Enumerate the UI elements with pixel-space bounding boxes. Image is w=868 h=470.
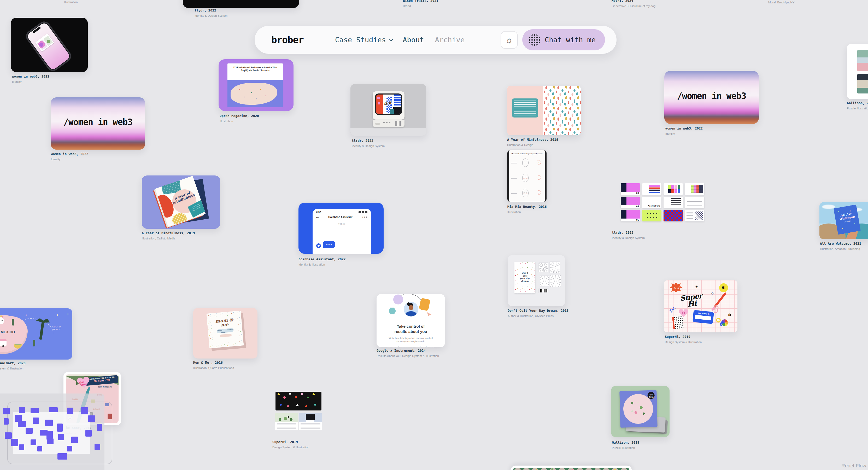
slide-number: 03 <box>636 192 639 194</box>
lavender-circle <box>393 294 403 305</box>
piece-count-badge: 1000 piece puzzle <box>647 391 655 399</box>
card-subtitle: Illustration <box>507 211 547 214</box>
card-title: A Year of Mindfulness, 2019 <box>142 231 195 235</box>
react-flow-attribution[interactable]: React Flow <box>841 463 866 468</box>
card-subtitle: Identity & Design System <box>194 14 227 18</box>
minimap-node <box>26 428 33 434</box>
card-women-in-web3-phone[interactable] <box>11 18 88 72</box>
web3-wordmark: /women in web3 <box>63 118 132 126</box>
minimap-node <box>88 415 95 422</box>
card-title: A Year of Minfulness, 2019 <box>507 138 558 142</box>
chevron-down-icon <box>389 37 393 41</box>
card-oprah-magazine[interactable]: 125 Black-Owned Bookstores in America Th… <box>219 59 293 111</box>
nav-item-case-studies[interactable]: Case Studies <box>335 36 392 43</box>
card-title: tl;dr, 2022 <box>612 231 645 234</box>
usa-shape <box>230 83 277 105</box>
card-label-superhi-bottom: SuperHi, 2019 Design System & Illustrati… <box>272 440 309 449</box>
navbar: brober Case Studies About Archive ☼ Chat… <box>255 26 617 54</box>
google-body: We're here to help you find personal inf… <box>386 337 436 343</box>
card-tldr-top[interactable] <box>183 0 299 8</box>
card-title: Gallison, 2019 <box>612 441 639 444</box>
card-label-walmart: Walmart, 2020 stem & Illustration <box>0 362 26 370</box>
festive-illustration <box>513 468 629 470</box>
card-mia-mia-beauty[interactable]: How much makeup do you typically wear? ✓… <box>507 150 547 202</box>
book-right-page-pattern <box>544 86 581 135</box>
google-body: You can ask to remove any search results… <box>386 346 436 348</box>
card-title: Coinbase Assistant, 2022 <box>299 257 346 261</box>
minimap-node <box>67 446 72 451</box>
phone-mockup: How much makeup do you typically wear? ✓… <box>507 150 547 202</box>
card-subtitle: Design System & Illustration <box>272 446 309 449</box>
card-google-instrument[interactable]: Take control of results about you We're … <box>377 294 445 347</box>
tv-base <box>373 120 404 127</box>
site-logo[interactable]: brober <box>271 35 304 45</box>
card-label-illustration: Illustration <box>64 1 78 4</box>
minimap-node <box>95 444 100 450</box>
card-label-web3-right: women in web3, 2022 Identity <box>665 127 703 135</box>
card-super-hi-stickers[interactable]: H! Super Hi ✂ my name is ✦ ✧ ✻ <box>664 280 738 333</box>
theme-toggle-button[interactable]: ☼ <box>501 31 518 49</box>
card-label-bison-trails: Bison Trails, 2021 Brand <box>403 0 438 8</box>
book-left-page <box>507 86 543 135</box>
nav-item-about[interactable]: About <box>403 36 424 43</box>
asterisk-icon: ✻ <box>728 313 731 317</box>
card-women-in-web3-left[interactable]: /women in web3 <box>51 97 145 150</box>
minimap-node <box>81 407 88 414</box>
card-mindfulness-book[interactable]: a year of mindfulness A 52-Week Guided J… <box>142 176 220 229</box>
nav-menu: Case Studies About Archive <box>335 36 465 43</box>
card-gallison-top[interactable] <box>847 44 868 99</box>
card-label-dont-quit: Don't Quit Your Day Dream, 2015 Author &… <box>508 309 568 318</box>
back-arrow-icon: ← <box>316 216 319 219</box>
chat-with-me-button[interactable]: Chat with me <box>522 29 605 51</box>
magazine-byline: ◇ <box>227 72 283 74</box>
card-title: Mia Mia Beauty, 2016 <box>507 205 547 209</box>
card-all-are-welcome[interactable]: All Are Welcome A NOVEL <box>819 202 868 239</box>
card-coinbase-assistant[interactable]: 3:57 ← Coinbase Assistant ••• TODAY <box>299 202 383 254</box>
card-mindfulness-spread[interactable] <box>507 86 581 135</box>
card-label-coinbase: Coinbase Assistant, 2022 Identity & Illu… <box>299 257 346 266</box>
barcode <box>538 288 549 293</box>
card-subtitle: Puzzle Illustration <box>847 107 868 110</box>
card-gallison-bottom[interactable]: 1000 piece puzzle <box>611 386 670 437</box>
card-bottom-sliver[interactable] <box>510 466 632 470</box>
card-title: Oprah Magazine, 2020 <box>220 114 259 118</box>
scissors-icon: ✂ <box>668 305 678 315</box>
card-mom-and-me[interactable]: mom & me <box>193 308 257 358</box>
minimap-node <box>5 432 12 439</box>
coloring-page <box>540 276 549 286</box>
card-title: Gallison, 2019 <box>847 101 868 105</box>
card-subtitle: Generative 3D sculture of my dog <box>612 4 655 8</box>
card-subtitle: Illustration & Design <box>507 143 558 147</box>
card-title: tl;dr, 2022 <box>194 9 227 12</box>
card-tldr-tv[interactable]: tl;d <box>350 84 426 136</box>
badge-text: 1000 piece puzzle <box>649 394 653 399</box>
card-subtitle: Design System & Illustration <box>665 341 702 344</box>
peach-triangle <box>427 312 431 316</box>
google-headline: Take control of results about you <box>391 324 430 334</box>
notebook-sticker <box>672 316 684 329</box>
card-dont-quit[interactable]: don't quit your day dream <box>508 255 565 306</box>
sun-icon: ☼ <box>505 35 513 45</box>
card-subtitle: Identity <box>12 80 49 84</box>
chat-button-label: Chat with me <box>545 36 596 43</box>
floor-strip <box>350 128 426 136</box>
book-cover: don't quit your day dream <box>515 262 535 293</box>
minimap-node <box>71 437 78 443</box>
puzzle-box: 1000 piece puzzle <box>619 390 657 428</box>
dot-grid-icon <box>529 34 540 46</box>
minimap-node <box>14 415 22 422</box>
superhi-lettering: Super Hi <box>680 292 703 308</box>
phone-mockup <box>24 19 73 72</box>
card-women-in-web3-right[interactable]: /women in web3 <box>664 71 759 124</box>
country-label: MEXICO <box>1 330 15 334</box>
nav-item-archive[interactable]: Archive <box>435 36 465 43</box>
coinbase-avatar-icon <box>316 243 321 248</box>
coloring-page <box>538 262 548 272</box>
card-subtitle: Illustration <box>220 120 259 123</box>
name-tag-sticker: my name is <box>692 310 714 324</box>
section-label: TODAY <box>313 223 371 225</box>
minimap-node <box>18 421 26 427</box>
card-walmart-mexico-map[interactable]: MEXICO GULF OF MEXICO PACIFIC OCEAN ✦ ✦ … <box>0 308 72 359</box>
puzzle-box-photo <box>857 50 868 71</box>
card-label-mindfulness-book: A Year of Mindfulness, 2019 Illustration… <box>142 231 195 240</box>
